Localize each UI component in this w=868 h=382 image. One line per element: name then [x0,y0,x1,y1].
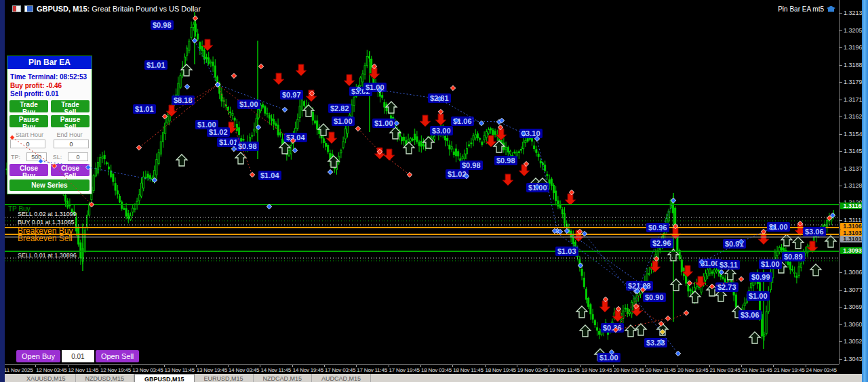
profit-price-tag: $2.73 [715,282,738,292]
profit-price-tag: $0.96 [646,223,669,232]
start-hour-label: Start Hour [9,131,50,138]
profit-price-tag: $3.11 [717,260,740,270]
trade-sell-button[interactable]: Trade Sell [51,100,90,112]
time-tick-label: 17 Nov 19:45 [389,367,420,373]
price-tickmark [840,186,842,186]
price-tickmark [840,220,842,221]
buy-arrow-icon [781,234,792,246]
profit-price-tag: $0.99 [749,272,772,282]
new-series-button[interactable]: New Series [9,179,90,191]
time-tick-label: 18 Nov 11:45 [453,367,484,373]
time-tick-label: 21 Nov 03:45 [710,367,741,373]
sell-arrow-icon [202,39,213,51]
sell-arrow-icon [612,310,623,322]
buy-arrow-icon [825,236,836,247]
buy-arrow-icon [793,237,804,249]
price-tickmark [840,47,842,48]
time-tick-label: 11 Nov 2025 [4,367,33,373]
open-sell-button[interactable]: Open Sell [96,350,139,362]
time-tick-label: 12 Nov 03:45 [36,367,66,373]
price-tickmark [840,290,842,291]
sell-arrow-icon [573,230,584,242]
profit-price-tag: $0.98 [151,20,174,30]
time-tick-label: 19 Nov 19:45 [581,367,612,373]
sell-arrow-icon [420,115,431,127]
tp-input[interactable] [26,152,47,161]
chart-title: GBPUSD, M15: Great Britain Pound vs US D… [12,5,201,13]
profit-price-tag: $0.89 [782,252,805,261]
chart-tab-gbpusd[interactable]: GBPUSD,M15 [134,374,195,382]
profit-price-tag: $1.02 [207,127,230,137]
panel-title: Pin Bar EA [7,56,92,69]
time-tick-label: 19 Nov 03:45 [517,367,548,373]
sell-arrow-icon [519,165,530,176]
pause-buy-button[interactable]: Pause Buy [9,115,48,127]
profit-price-tag: $1.00 [363,83,387,92]
profit-price-tag: $1.00 [747,291,770,301]
time-axis: 11 Nov 202512 Nov 03:4512 Nov 11:4512 No… [0,364,839,374]
price-tickmark [840,100,842,100]
sl-input[interactable] [68,152,88,161]
profit-price-tag: $0.90 [643,293,666,302]
chart-tab-xauusd[interactable]: XAUUSD,M15 [17,374,76,382]
price-tickmark [840,82,842,83]
time-tick-label: 21 Nov 19:45 [774,367,804,373]
sell-arrow-icon [502,174,513,186]
start-hour-input[interactable] [10,140,45,148]
chart-tab-eurusd[interactable]: EURUSD,M15 [195,374,254,382]
profit-price-tag: $2.96 [650,238,673,248]
chart-tab-audcad[interactable]: AUDCAD,M15 [312,374,371,382]
price-tickmark [840,13,842,14]
profit-price-tag: $1.01 [144,60,167,70]
price-tickmark [840,134,842,135]
profit-price-tag: $1.00 [767,222,790,232]
price-tickmark [840,272,842,273]
pause-sell-button[interactable]: Pause Sell [51,115,90,127]
time-tick-label: 19 Nov 11:45 [549,367,580,373]
profit-price-tag: $3.00 [430,126,453,135]
close-buy-button[interactable]: Close Buy [9,164,48,176]
end-hour-label: End Hour [50,131,90,138]
end-hour-input[interactable] [54,140,89,148]
sell-arrow-icon [273,73,284,85]
lot-size-input[interactable] [62,350,94,362]
mt5-chart-window: GBPUSD, M15: Great Britain Pound vs US D… [0,0,868,382]
time-tick-label: 20 Nov 11:45 [646,367,676,373]
ea-credit: Pin Bar EA mt5 [778,5,835,13]
close-sell-button[interactable]: Close Sell [51,164,90,176]
buy-arrow-icon [810,264,821,276]
buy-arrow-icon [576,306,587,318]
price-tickmark [840,341,842,342]
buy-arrow-icon [690,291,701,303]
profit-price-tag: $1.00 [526,183,549,192]
time-tick-label: 17 Nov 11:45 [357,367,387,373]
chart-tab-nzdcad[interactable]: NZDCAD,M15 [254,374,313,382]
trade-buy-button[interactable]: Trade Buy [9,100,48,112]
sell-arrow-icon [384,149,395,161]
signal-arrows [166,39,836,360]
buy-arrow-icon [657,324,668,335]
time-tick-label: 13 Nov 19:45 [197,367,227,373]
time-tick-label: 12 Nov 11:45 [68,367,99,373]
buy-arrow-icon [725,268,736,280]
chart-tab-nzdusd[interactable]: NZDUSD,M15 [76,374,135,382]
price-tickmark [840,359,842,360]
buy-arrow-icon [749,332,760,343]
order-line-label: Breakeven Sell [18,234,73,243]
time-tick-label: 13 Nov 11:45 [165,367,195,373]
time-tick-label: 21 Nov 11:45 [742,367,772,373]
window-scrollbar[interactable] [862,0,868,382]
expert-advisor-icon [827,6,835,13]
window-left-edge [0,0,5,382]
pin-bar-ea-panel: Pin Bar EA Time Terminal: 08:52:53 Buy p… [7,56,92,194]
buy-arrow-icon [235,152,246,164]
open-buy-button[interactable]: Open Buy [16,350,60,362]
order-line-label: SELL 0.01 at 1.30896 [18,252,77,259]
sell-arrow-icon [374,148,385,159]
profit-price-tag: $3.06 [738,310,762,320]
time-tick-label: 17 Nov 03:45 [325,367,355,373]
buy-arrow-icon [386,102,397,113]
price-tickmark [840,30,842,31]
sell-arrow-icon [296,64,307,76]
price-tickmark [840,151,842,152]
